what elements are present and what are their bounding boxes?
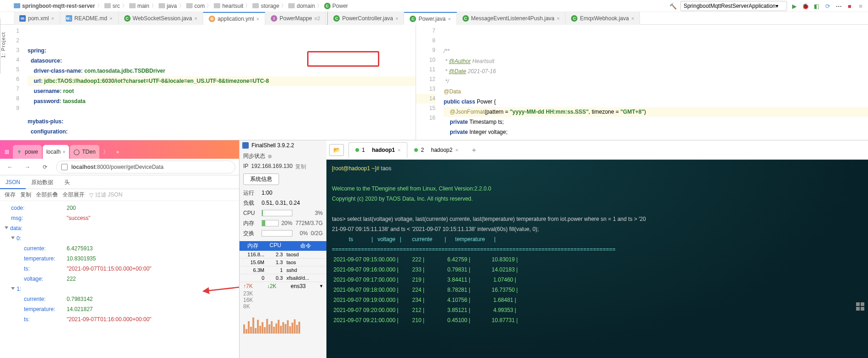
json-viewer[interactable]: code:200 msg:"success" data: 0: currente… xyxy=(0,201,239,326)
crumb[interactable]: src xyxy=(113,3,120,9)
json-tab[interactable]: JSON xyxy=(0,175,26,189)
table-row[interactable]: 6.3M1sshd xyxy=(240,266,326,274)
new-tab[interactable]: ＋ xyxy=(112,145,123,159)
open-folder-button[interactable]: 📂 xyxy=(329,144,344,156)
status-dot-icon xyxy=(355,148,359,152)
crumb[interactable]: Power xyxy=(332,3,348,9)
new-terminal-tab[interactable]: ＋ xyxy=(465,142,483,158)
sidebar-toggle[interactable]: ⊞ xyxy=(2,145,12,159)
editor-yml[interactable]: 123456789 spring: datasource: driver-cla… xyxy=(0,25,416,140)
close-icon[interactable]: × xyxy=(455,147,458,153)
caret-down-icon[interactable] xyxy=(11,287,15,290)
swap-bar xyxy=(262,230,292,237)
network-row: ↑7K↓2Kens33▾ xyxy=(240,282,326,290)
tab-messageevent[interactable]: CMessageEventListener4Push.java× xyxy=(457,12,566,25)
sysinfo-button[interactable]: 系统信息 xyxy=(243,173,279,185)
debug-icon[interactable]: 🐞 xyxy=(802,2,809,10)
table-row[interactable]: 15.6M1.3taos xyxy=(240,259,326,266)
crumb[interactable]: domain xyxy=(297,3,314,9)
process-table[interactable]: 内存CPU命令 116.8...2.3taosd 15.6M1.3taos 6.… xyxy=(240,241,326,282)
funnel-icon: ▽ xyxy=(89,192,93,198)
code-area[interactable]: spring: datasource: driver-class-name: c… xyxy=(24,25,416,140)
copy-button[interactable]: 复制 xyxy=(20,191,31,199)
crumb[interactable]: storage xyxy=(261,3,279,9)
back-button[interactable]: ← xyxy=(4,161,17,173)
headers-tab[interactable]: 头 xyxy=(59,175,75,189)
site-info-icon[interactable] xyxy=(61,164,68,170)
pause-icon[interactable]: ≡ xyxy=(857,2,864,10)
url-input[interactable]: localhost:8000/power/getDeviceData xyxy=(56,161,235,173)
folder-icon xyxy=(186,3,193,8)
folder-icon xyxy=(288,3,295,8)
filter-input[interactable]: ▽过滤 JSON xyxy=(89,191,122,199)
status-dot-icon xyxy=(414,148,418,152)
tab-websocket[interactable]: CWebSocketSession.java× xyxy=(119,12,204,25)
collapse-all-button[interactable]: 全部折叠 xyxy=(36,191,58,199)
highlight-box xyxy=(307,51,379,67)
tab-power-java[interactable]: CPower.java× xyxy=(404,12,457,25)
terminal-tabs: 📂 1 hadoop1× 2 hadoop2× ＋ xyxy=(326,140,868,160)
profile-icon[interactable]: ⟳ xyxy=(824,2,831,10)
build-icon[interactable]: 🔨 xyxy=(669,2,677,10)
tab-overflow[interactable]: 〉 xyxy=(100,145,111,159)
layout-grid-icon[interactable] xyxy=(856,302,864,311)
browser-tabstrip: ⊞ ▼powe localh× ◯TDen 〉 ＋ xyxy=(0,140,239,159)
coverage-icon[interactable]: ◧ xyxy=(813,2,820,10)
tab-readme[interactable]: M↓README.md× xyxy=(60,12,119,25)
close-icon[interactable]: × xyxy=(51,16,54,21)
close-icon[interactable]: × xyxy=(631,16,634,21)
attach-icon[interactable]: ⋯ xyxy=(835,2,842,10)
close-icon[interactable]: × xyxy=(63,149,65,155)
caret-down-icon[interactable] xyxy=(5,226,8,229)
cpu-bar xyxy=(262,210,292,216)
run-icon[interactable]: ▶ xyxy=(791,2,798,10)
save-button[interactable]: 保存 xyxy=(5,191,16,199)
close-icon[interactable]: × xyxy=(448,16,451,22)
gutter: 78910111213141516 xyxy=(416,25,440,140)
project-toolwindow-tab[interactable]: 1: Project xyxy=(0,18,10,74)
tab-powercontroller[interactable]: CPowerController.java× xyxy=(328,12,404,25)
table-row[interactable]: 116.8...2.3taosd xyxy=(240,251,326,259)
crumb[interactable]: springboot-mqtt-rest-server xyxy=(22,3,95,9)
close-icon[interactable]: × xyxy=(257,16,259,22)
raw-tab[interactable]: 原始数据 xyxy=(26,175,59,189)
editor-java[interactable]: 78910111213141516 /** * @Author Heartsui… xyxy=(416,25,868,140)
crumb[interactable]: heartsuit xyxy=(222,3,243,9)
terminal-tab[interactable]: 2 hadoop2× xyxy=(407,142,465,158)
run-config-selector[interactable]: SpringbootMqttRestServerApplication ▾ xyxy=(680,1,787,11)
sync-status: 同步状态 xyxy=(240,150,326,162)
tab-application-yml[interactable]: ⚙application.yml× xyxy=(203,12,265,25)
browser-tab[interactable]: ◯TDen xyxy=(70,145,99,159)
table-row[interactable]: 00.3xfsaild/d... xyxy=(240,274,326,282)
browser-tab[interactable]: ▼powe xyxy=(13,145,42,159)
close-icon[interactable]: × xyxy=(395,16,398,21)
finalshell-title: FinalShell 3.9.2.2 xyxy=(240,140,326,150)
forward-button[interactable]: → xyxy=(21,161,34,173)
tab-powermapper[interactable]: IPowerMappe≡2 xyxy=(265,12,326,25)
vue-icon: ▼ xyxy=(17,149,23,155)
close-icon[interactable]: × xyxy=(398,147,400,153)
stats: 运行1:00 负载0.51, 0.31, 0.24 CPU3% 内存20% 77… xyxy=(240,187,326,239)
terminal-tab[interactable]: 1 hadoop1× xyxy=(348,142,407,158)
folder-icon xyxy=(214,3,220,8)
browser-tab[interactable]: localh× xyxy=(43,145,69,159)
code-area[interactable]: /** * @Author Heartsuit * @Date 2021-07-… xyxy=(440,25,868,140)
crumb[interactable]: java xyxy=(167,3,177,9)
close-icon[interactable]: × xyxy=(109,16,112,21)
crumb[interactable]: com xyxy=(194,3,205,9)
pin-icon[interactable]: ≡2 xyxy=(314,16,320,21)
stop-icon[interactable]: ■ xyxy=(846,2,853,10)
caret-down-icon[interactable] xyxy=(11,237,15,239)
app-icon xyxy=(242,142,249,149)
crumb[interactable]: main xyxy=(137,3,149,9)
tab-emqxwebhook[interactable]: CEmqxWebhook.java× xyxy=(565,12,640,25)
reload-button[interactable]: ⟳ xyxy=(39,161,51,173)
close-icon[interactable]: × xyxy=(557,16,560,21)
close-icon[interactable]: × xyxy=(194,16,197,21)
tab-pom[interactable]: mpom.xml× xyxy=(14,12,60,25)
terminal-output[interactable]: [root@hadoop1 ~]# taos Welcome to the TD… xyxy=(326,160,868,358)
expand-all-button[interactable]: 全部展开 xyxy=(63,191,85,199)
network-sparkline xyxy=(243,311,323,334)
copy-button[interactable]: 复制 xyxy=(295,163,306,171)
github-icon: ◯ xyxy=(74,149,80,155)
